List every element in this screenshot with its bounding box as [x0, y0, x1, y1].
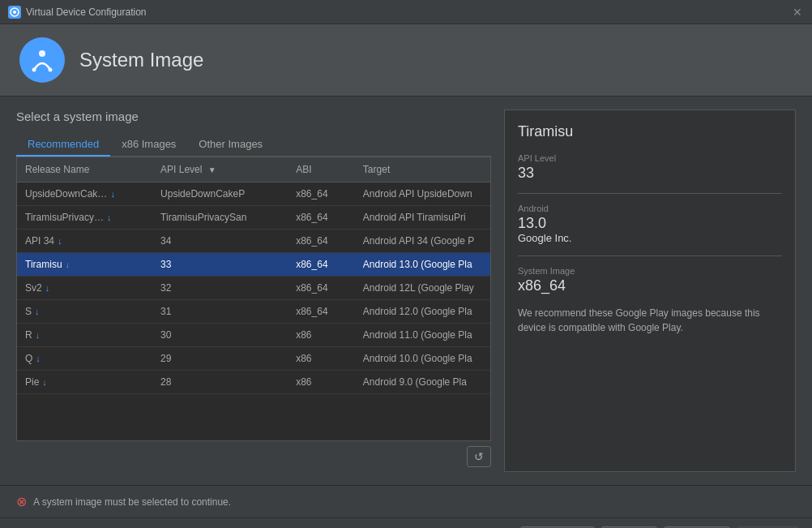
- cell-release: S↓: [17, 300, 152, 324]
- sort-icon: ▼: [208, 165, 216, 174]
- detail-title: Tiramisu: [518, 123, 782, 140]
- cell-api: 30: [152, 324, 288, 347]
- api-level-label: API Level: [518, 153, 782, 163]
- main-content: Select a system image Recommended x86 Im…: [0, 97, 812, 485]
- cell-api: UpsideDownCakeP: [152, 182, 288, 206]
- table-row[interactable]: API 34↓34x86_64Android API 34 (Google P: [17, 230, 490, 253]
- download-icon[interactable]: ↓: [107, 212, 112, 222]
- cell-target: Android API TiramisuPri: [355, 206, 490, 230]
- warning-bar: ⊗ A system image must be selected to con…: [0, 485, 812, 517]
- download-icon[interactable]: ↓: [110, 189, 115, 199]
- cell-api: TiramisuPrivacySan: [152, 206, 288, 230]
- table-row[interactable]: S↓31x86_64Android 12.0 (Google Pla: [17, 300, 490, 324]
- api-level-value: 33: [518, 165, 782, 182]
- cell-api: 33: [152, 253, 288, 277]
- cell-abi: x86_64: [288, 300, 355, 324]
- download-icon[interactable]: ↓: [66, 260, 71, 269]
- bottom-bar: ? Previous Next Cancel Finish: [0, 517, 812, 528]
- col-abi: ABI: [288, 157, 355, 182]
- cell-abi: x86_64: [288, 182, 355, 206]
- system-image-table[interactable]: Release Name API Level ▼ ABI Target Upsi…: [16, 157, 491, 441]
- cell-release: Sv2↓: [17, 277, 152, 300]
- cell-abi: x86_64: [288, 253, 355, 277]
- cell-target: Android 12L (Google Play: [355, 277, 490, 300]
- col-release: Release Name: [17, 157, 152, 182]
- app-icon: [8, 6, 21, 19]
- tabs: Recommended x86 Images Other Images: [16, 133, 491, 157]
- header-logo: [19, 37, 65, 83]
- header: System Image: [0, 24, 812, 97]
- title-bar-left: Virtual Device Configuration: [8, 6, 147, 19]
- cell-abi: x86: [288, 371, 355, 394]
- cell-target: Android 11.0 (Google Pla: [355, 324, 490, 347]
- divider-1: [518, 193, 782, 194]
- system-image-label: System Image: [518, 266, 782, 276]
- download-icon[interactable]: ↓: [35, 307, 40, 316]
- tab-x86images[interactable]: x86 Images: [110, 133, 187, 157]
- table-row[interactable]: TiramisuPrivacy…↓TiramisuPrivacySanx86_6…: [17, 206, 490, 230]
- svg-point-2: [39, 50, 45, 57]
- cell-target: Android 13.0 (Google Pla: [355, 253, 490, 277]
- cell-abi: x86: [288, 347, 355, 371]
- cell-release: Tiramisu↓: [17, 253, 152, 277]
- section-title: Select a system image: [16, 109, 491, 123]
- cell-target: Android API UpsideDown: [355, 182, 490, 206]
- vendor-value: Google Inc.: [518, 232, 782, 244]
- close-button[interactable]: ✕: [791, 6, 804, 19]
- table-footer: ↺: [16, 441, 491, 472]
- left-panel: Select a system image Recommended x86 Im…: [16, 109, 491, 472]
- table-row[interactable]: R↓30x86Android 11.0 (Google Pla: [17, 324, 490, 347]
- col-api[interactable]: API Level ▼: [152, 157, 288, 182]
- col-target: Target: [355, 157, 490, 182]
- cell-release: TiramisuPrivacy…↓: [17, 206, 152, 230]
- download-icon[interactable]: ↓: [36, 354, 41, 363]
- window-title: Virtual Device Configuration: [26, 6, 147, 18]
- title-bar: Virtual Device Configuration ✕: [0, 0, 812, 24]
- android-label: Android: [518, 204, 782, 213]
- cell-api: 29: [152, 347, 288, 371]
- tab-otherimages[interactable]: Other Images: [187, 133, 274, 157]
- table-row[interactable]: Tiramisu↓33x86_64Android 13.0 (Google Pl…: [17, 253, 490, 277]
- warning-icon: ⊗: [16, 494, 27, 509]
- tab-recommended[interactable]: Recommended: [16, 133, 110, 157]
- cell-abi: x86_64: [288, 277, 355, 300]
- table-header-row: Release Name API Level ▼ ABI Target: [17, 157, 490, 182]
- system-image-value: x86_64: [518, 277, 782, 294]
- download-icon[interactable]: ↓: [45, 283, 50, 293]
- cell-api: 34: [152, 230, 288, 253]
- cell-abi: x86_64: [288, 230, 355, 253]
- cell-target: Android API 34 (Google P: [355, 230, 490, 253]
- system-image-section: System Image x86_64: [518, 266, 782, 294]
- svg-point-4: [49, 68, 53, 72]
- divider-2: [518, 255, 782, 256]
- cell-target: Android 9.0 (Google Pla: [355, 371, 490, 394]
- cell-release: API 34↓: [17, 230, 152, 253]
- page-title: System Image: [79, 49, 203, 71]
- cell-abi: x86_64: [288, 206, 355, 230]
- cell-target: Android 10.0 (Google Pla: [355, 347, 490, 371]
- right-panel: Tiramisu API Level 33 Android 13.0 Googl…: [504, 109, 796, 472]
- detail-description: We recommend these Google Play images be…: [518, 306, 782, 335]
- download-icon[interactable]: ↓: [58, 236, 62, 246]
- table-row[interactable]: Sv2↓32x86_64Android 12L (Google Play: [17, 277, 490, 300]
- table-row[interactable]: Q↓29x86Android 10.0 (Google Pla: [17, 347, 490, 371]
- warning-text: A system image must be selected to conti…: [33, 496, 231, 508]
- android-value: 13.0: [518, 215, 782, 232]
- table-row[interactable]: UpsideDownCak…↓UpsideDownCakePx86_64Andr…: [17, 182, 490, 206]
- cell-api: 31: [152, 300, 288, 324]
- svg-point-3: [32, 68, 36, 72]
- svg-point-1: [13, 11, 16, 14]
- api-level-section: API Level 33: [518, 153, 782, 182]
- table-row[interactable]: Pie↓28x86Android 9.0 (Google Pla: [17, 371, 490, 394]
- cell-abi: x86: [288, 324, 355, 347]
- cell-release: UpsideDownCak…↓: [17, 182, 152, 206]
- cell-api: 32: [152, 277, 288, 300]
- cell-api: 28: [152, 371, 288, 394]
- cell-release: R↓: [17, 324, 152, 347]
- download-icon[interactable]: ↓: [36, 330, 41, 340]
- cell-release: Q↓: [17, 347, 152, 371]
- refresh-button[interactable]: ↺: [467, 446, 491, 467]
- android-section: Android 13.0 Google Inc.: [518, 204, 782, 244]
- cell-target: Android 12.0 (Google Pla: [355, 300, 490, 324]
- download-icon[interactable]: ↓: [42, 377, 47, 387]
